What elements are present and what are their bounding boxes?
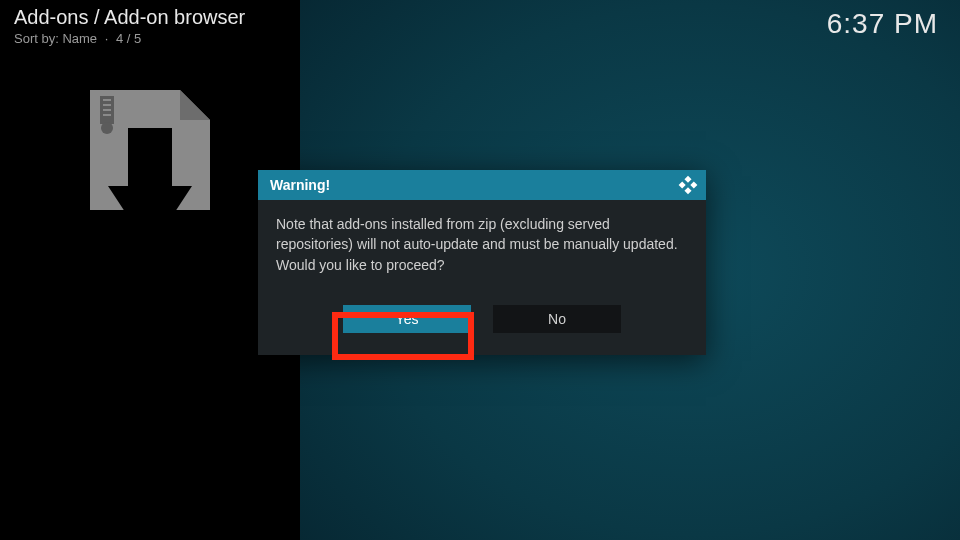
- dialog-body: Note that add-ons installed from zip (ex…: [258, 200, 706, 293]
- sort-label: Sort by: Name: [14, 31, 97, 46]
- breadcrumb: Add-ons / Add-on browser: [14, 6, 245, 29]
- warning-dialog: Warning! Note that add-ons installed fro…: [258, 170, 706, 355]
- dot-separator: [101, 31, 113, 46]
- sort-status: Sort by: Name 4 / 5: [14, 31, 245, 46]
- yes-button[interactable]: Yes: [343, 305, 471, 333]
- clock: 6:37 PM: [827, 8, 938, 40]
- dialog-title-text: Warning!: [270, 177, 330, 193]
- dialog-titlebar: Warning!: [258, 170, 706, 200]
- zip-install-icon: [70, 90, 210, 260]
- header: Add-ons / Add-on browser Sort by: Name 4…: [14, 6, 245, 46]
- sort-index: 4 / 5: [116, 31, 141, 46]
- svg-point-5: [101, 122, 113, 134]
- sidebar-background: [0, 0, 300, 540]
- dialog-button-row: Yes No: [258, 293, 706, 355]
- svg-rect-8: [690, 181, 697, 188]
- no-button[interactable]: No: [493, 305, 621, 333]
- svg-rect-6: [684, 176, 691, 183]
- svg-rect-9: [684, 187, 691, 194]
- kodi-logo-icon: [678, 175, 698, 195]
- svg-rect-7: [679, 181, 686, 188]
